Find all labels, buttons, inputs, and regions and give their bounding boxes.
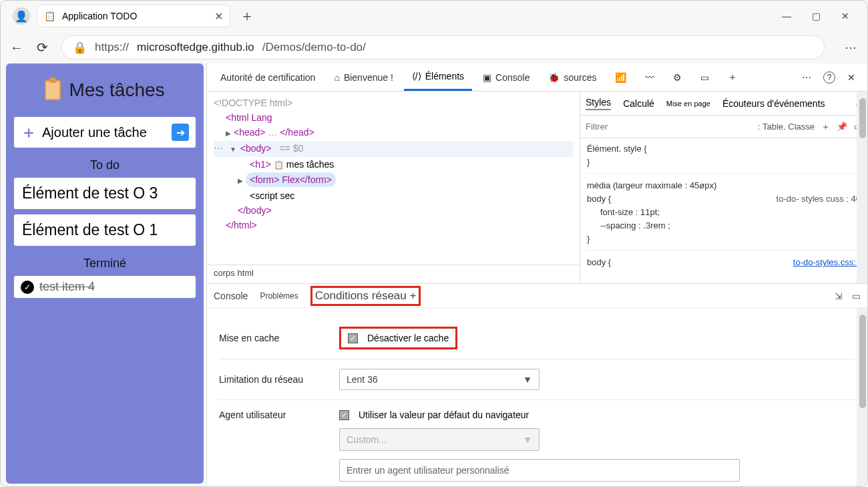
ua-custom-input[interactable]: Entrer un agent utilisateur personnalisé bbox=[339, 459, 740, 482]
expand-icon[interactable]: ▶ bbox=[238, 174, 246, 188]
tab-network-icon[interactable]: 📶 bbox=[607, 64, 634, 91]
ua-label: Agent utilisateur bbox=[219, 410, 339, 420]
plus-icon: ＋ bbox=[728, 71, 737, 84]
urlbar: ← ⟳ 🔒 https://microsoftedge.github.io/De… bbox=[1, 31, 867, 63]
address-bar[interactable]: 🔒 https://microsoftedge.github.io/Demos/… bbox=[61, 35, 825, 59]
styles-filter-input[interactable] bbox=[586, 122, 698, 132]
lock-icon: 🔒 bbox=[73, 41, 87, 55]
chevron-down-icon: ▼ bbox=[523, 374, 532, 385]
pin-icon[interactable]: 📌 bbox=[837, 122, 847, 132]
done-task-item[interactable]: ✓ test item 4 bbox=[14, 276, 196, 298]
console-icon: ▣ bbox=[483, 72, 491, 83]
submit-task-button[interactable]: ➔ bbox=[172, 124, 189, 141]
devtools-help-button[interactable]: ? bbox=[823, 71, 835, 84]
devtools: Autorité de certification ⌂Bienvenue ! ⟨… bbox=[206, 63, 867, 487]
done-task-label: test item 4 bbox=[39, 280, 95, 294]
devtools-more-button[interactable]: ⋯ bbox=[802, 72, 811, 83]
titlebar: 👤 📋 Application TODO ✕ ＋ — ▢ ✕ bbox=[1, 1, 867, 31]
gear-icon: ⚙ bbox=[673, 72, 682, 83]
tab-elements[interactable]: ⟨/⟩Éléments bbox=[404, 64, 472, 91]
code-icon: ⟨/⟩ bbox=[412, 71, 421, 82]
perf-icon: 〰 bbox=[645, 72, 654, 83]
app-title: Mes tâches bbox=[14, 79, 196, 101]
styles-body[interactable]: Élément. style { } média (largeur maxima… bbox=[580, 138, 867, 283]
styles-tabs: Styles Calculé Mise en page Écouteurs d'… bbox=[580, 92, 867, 116]
ua-default-checkbox[interactable] bbox=[339, 410, 349, 420]
breadcrumb[interactable]: corps html bbox=[207, 265, 580, 283]
dom-tree[interactable]: <!DOCTYPE html> <html Lang ▶<head> … </h… bbox=[207, 92, 580, 265]
devtools-close-button[interactable]: ✕ bbox=[847, 72, 855, 83]
drawer-dock-icon[interactable]: ⇲ bbox=[835, 291, 843, 301]
back-button[interactable]: ← bbox=[10, 40, 23, 55]
tab-computed[interactable]: Calculé bbox=[623, 98, 654, 109]
tab-layout[interactable]: Mise en page bbox=[666, 100, 710, 108]
ua-default-label: Utiliser la valeur par défaut du navigat… bbox=[359, 410, 529, 420]
task-item[interactable]: Élément de test O 1 bbox=[14, 214, 196, 246]
drawer-close-icon[interactable]: ▭ bbox=[852, 291, 861, 301]
tab-listeners[interactable]: Écouteurs d'événements bbox=[722, 98, 825, 109]
cache-label: Mise en cache bbox=[219, 333, 339, 343]
tab-welcome[interactable]: ⌂Bienvenue ! bbox=[326, 64, 401, 91]
browser-more-button[interactable]: ⋯ bbox=[845, 40, 858, 55]
devtools-tabs: Autorité de certification ⌂Bienvenue ! ⟨… bbox=[207, 63, 867, 92]
browser-tab[interactable]: 📋 Application TODO ✕ bbox=[37, 5, 230, 27]
profile-avatar[interactable]: 👤 bbox=[13, 7, 30, 25]
tab-styles[interactable]: Styles bbox=[586, 97, 611, 110]
elements-panel: <!DOCTYPE html> <html Lang ▶<head> … </h… bbox=[207, 92, 580, 283]
filter-label[interactable]: : Table. Classe bbox=[758, 122, 815, 132]
tab-device-icon[interactable]: ▭ bbox=[692, 64, 717, 91]
throttling-select[interactable]: Lent 36 ▼ bbox=[339, 369, 539, 390]
new-tab-button[interactable]: ＋ bbox=[240, 6, 254, 26]
window-controls: — ▢ ✕ bbox=[782, 11, 862, 21]
home-icon: ⌂ bbox=[334, 72, 339, 83]
tab-console[interactable]: ▣Console bbox=[475, 64, 537, 91]
wifi-icon: 📶 bbox=[615, 72, 626, 83]
task-item[interactable]: Élément de test O 3 bbox=[14, 178, 196, 209]
selected-node[interactable]: <form> Flex</form> bbox=[246, 172, 336, 187]
add-task-bar[interactable]: ＋ Ajouter une tâche ➔ bbox=[14, 117, 196, 148]
tab-close-icon[interactable]: ✕ bbox=[214, 10, 223, 23]
highlight-disable-cache: Désactiver le cache bbox=[339, 327, 457, 349]
css-source-link[interactable]: to-do-styles.css:1 bbox=[793, 256, 861, 269]
network-conditions-panel: Mise en cache Désactiver le cache Limita… bbox=[207, 308, 867, 487]
tab-add[interactable]: ＋ bbox=[720, 64, 745, 91]
drawer-tab-console[interactable]: Console bbox=[214, 291, 248, 301]
todo-app: Mes tâches ＋ Ajouter une tâche ➔ To do É… bbox=[6, 63, 204, 484]
clipboard-icon bbox=[45, 80, 61, 100]
collapse-icon[interactable]: ▼ bbox=[230, 142, 238, 157]
tab-settings-icon[interactable]: ⚙ bbox=[665, 64, 690, 91]
device-icon: ▭ bbox=[700, 72, 709, 83]
close-window-button[interactable]: ✕ bbox=[841, 11, 850, 21]
styles-filter-row: : Table. Classe ＋ 📌 ▭ bbox=[580, 116, 867, 138]
drawer-tab-network-conditions[interactable]: Conditions réseau + bbox=[315, 289, 417, 302]
add-task-label: Ajouter une tâche bbox=[42, 125, 147, 140]
tab-title: Application TODO bbox=[62, 11, 137, 21]
bug-icon: 🐞 bbox=[548, 72, 560, 83]
check-icon: ✓ bbox=[21, 281, 34, 294]
disable-cache-checkbox[interactable] bbox=[348, 333, 358, 343]
url-host: microsoftedge.github.io bbox=[137, 41, 254, 54]
devtools-drawer: Console Problèmes Conditions réseau + ⇲ … bbox=[207, 283, 867, 487]
highlight-network-conditions: Conditions réseau + bbox=[310, 286, 421, 306]
drawer-tab-problems[interactable]: Problèmes bbox=[260, 291, 298, 301]
todo-heading: To do bbox=[14, 158, 196, 172]
drawer-scrollbar[interactable] bbox=[857, 308, 867, 487]
refresh-button[interactable]: ⟳ bbox=[37, 39, 48, 55]
styles-panel: Styles Calculé Mise en page Écouteurs d'… bbox=[580, 92, 867, 283]
add-rule-icon[interactable]: ＋ bbox=[821, 121, 830, 133]
tab-performance-icon[interactable]: 〰 bbox=[637, 64, 662, 91]
throttle-label: Limitation du réseau bbox=[219, 374, 339, 385]
maximize-button[interactable]: ▢ bbox=[811, 11, 821, 21]
url-path: /Demos/demo-to-do/ bbox=[262, 41, 366, 54]
styles-scrollbar[interactable] bbox=[857, 92, 867, 283]
clipboard-icon: 📋 bbox=[44, 11, 55, 21]
disable-cache-label: Désactiver le cache bbox=[367, 333, 449, 343]
done-heading: Terminé bbox=[14, 257, 196, 271]
drawer-tabs: Console Problèmes Conditions réseau + ⇲ … bbox=[207, 284, 867, 308]
ua-custom-select: Custom... ▼ bbox=[339, 428, 539, 451]
plus-icon: ＋ bbox=[21, 122, 37, 143]
tab-sources[interactable]: 🐞sources bbox=[540, 64, 604, 91]
expand-icon[interactable]: ▶ bbox=[226, 126, 234, 141]
tab-certificate[interactable]: Autorité de certification bbox=[212, 64, 323, 91]
minimize-button[interactable]: — bbox=[782, 11, 791, 21]
